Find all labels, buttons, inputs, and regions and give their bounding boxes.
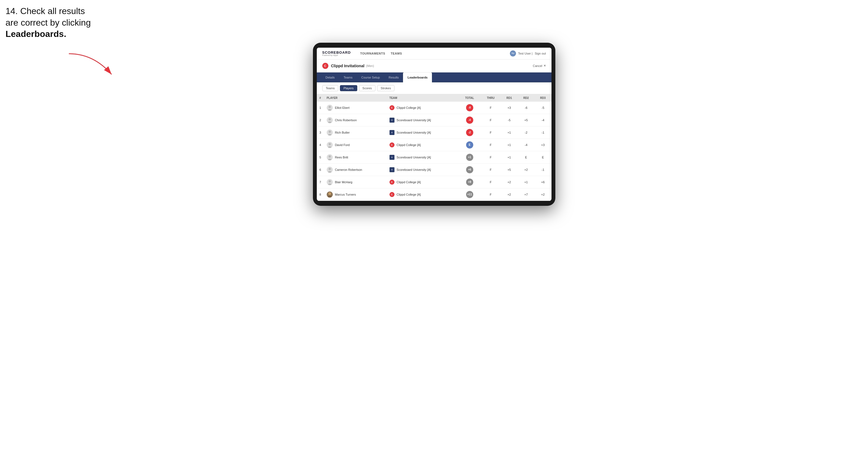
cell-rd1: +1	[501, 151, 518, 163]
player-name: Marcus Turners	[335, 193, 356, 196]
svg-point-10	[328, 159, 331, 160]
cell-player: David Ford	[324, 138, 387, 151]
cell-rank: 7	[317, 176, 324, 188]
nav-right: TU Test User | Sign out	[510, 51, 546, 57]
team-name: Scoreboard University [A]	[397, 156, 431, 159]
user-avatar: TU	[510, 51, 516, 57]
logo: SCOREBOARD Powered by clippd	[322, 51, 351, 56]
team-name: Scoreboard University [A]	[397, 119, 431, 122]
team-logo: C	[390, 143, 395, 147]
table-row[interactable]: 3Rich Butler≡Scoreboard University [A]-2…	[317, 126, 552, 138]
nav-tournaments[interactable]: TOURNAMENTS	[360, 51, 385, 56]
cell-rd3: -1	[534, 163, 551, 176]
filter-teams[interactable]: Teams	[322, 85, 338, 91]
tab-details[interactable]: Details	[321, 72, 339, 82]
filter-scores[interactable]: Scores	[359, 85, 375, 91]
tab-results[interactable]: Results	[384, 72, 403, 82]
cell-rd2: +2	[518, 163, 534, 176]
cell-team: ≡Scoreboard University [A]	[387, 163, 459, 176]
player-name: Rees Britt	[335, 156, 348, 159]
cell-total: +11	[459, 188, 481, 200]
tab-leaderboards[interactable]: Leaderboards	[403, 72, 432, 82]
svg-point-7	[329, 143, 331, 145]
team-logo: C	[390, 180, 395, 185]
table-row[interactable]: 5Rees Britt≡Scoreboard University [A]+1F…	[317, 151, 552, 163]
table-row[interactable]: 2Chris Robertson≡Scoreboard University […	[317, 114, 552, 126]
cell-player: Cameron Robertson	[324, 163, 387, 176]
cell-rd1: +1	[501, 138, 518, 151]
score-badge: +1	[466, 154, 473, 161]
player-name: Rich Butler	[335, 131, 350, 134]
svg-point-8	[328, 146, 331, 148]
cell-team: ≡Scoreboard University [A]	[387, 126, 459, 138]
col-rd3: RD3	[534, 94, 551, 102]
team-logo: C	[390, 105, 395, 110]
tab-course-setup[interactable]: Course Setup	[357, 72, 384, 82]
cell-total: -4	[459, 114, 481, 126]
cell-rank: 3	[317, 126, 324, 138]
player-name: Chris Robertson	[335, 119, 357, 122]
team-logo: ≡	[390, 118, 395, 123]
col-team: TEAM	[387, 94, 459, 102]
cell-team: ≡Scoreboard University [A]	[387, 114, 459, 126]
score-badge: +11	[466, 191, 473, 198]
col-player: PLAYER	[324, 94, 387, 102]
svg-point-14	[328, 184, 331, 185]
filter-players[interactable]: Players	[340, 85, 357, 91]
cell-rd1: +2	[501, 176, 518, 188]
cell-player: Blair McHarg	[324, 176, 387, 188]
nav-teams[interactable]: TEAMS	[391, 51, 402, 56]
cell-total: +9	[459, 176, 481, 188]
cell-total: E	[459, 138, 481, 151]
cell-thru: F	[481, 126, 501, 138]
table-row[interactable]: 1Elliot EbertCClippd College [A]-8F+3-6-…	[317, 102, 552, 114]
svg-point-1	[329, 106, 331, 108]
svg-point-16	[328, 196, 332, 197]
table-row[interactable]: 4David FordCClippd College [A]EF+1-4+3	[317, 138, 552, 151]
svg-point-12	[328, 171, 331, 173]
score-badge: +6	[466, 166, 473, 173]
score-badge: +9	[466, 179, 473, 186]
table-header: # PLAYER TEAM TOTAL THRU RD1 RD2 RD3	[317, 94, 552, 102]
table-row[interactable]: 6Cameron Robertson≡Scoreboard University…	[317, 163, 552, 176]
table-row[interactable]: 7Blair McHargCClippd College [A]+9F+2+1+…	[317, 176, 552, 188]
cell-rd3: -1	[534, 126, 551, 138]
svg-point-5	[329, 131, 331, 133]
user-label: Test User |	[518, 52, 532, 55]
score-badge: -4	[466, 117, 473, 124]
col-rd1: RD1	[501, 94, 518, 102]
player-avatar	[327, 142, 333, 148]
cell-rd3: +3	[534, 138, 551, 151]
tablet-device: SCOREBOARD Powered by clippd TOURNAMENTS…	[313, 43, 555, 206]
cell-rd2: E	[518, 151, 534, 163]
cell-rd3: E	[534, 151, 551, 163]
cell-thru: F	[481, 188, 501, 200]
cell-rd1: -5	[501, 114, 518, 126]
svg-point-11	[329, 168, 331, 170]
tablet-screen: SCOREBOARD Powered by clippd TOURNAMENTS…	[317, 48, 552, 201]
player-name: Cameron Robertson	[335, 168, 362, 172]
navbar: SCOREBOARD Powered by clippd TOURNAMENTS…	[317, 48, 552, 60]
player-avatar	[327, 167, 333, 173]
table-row[interactable]: 8Marcus TurnersCClippd College [A]+11F+2…	[317, 188, 552, 200]
signout-link[interactable]: Sign out	[535, 52, 546, 55]
svg-point-15	[328, 192, 331, 195]
team-name: Clippd College [A]	[397, 193, 421, 196]
cell-player: Chris Robertson	[324, 114, 387, 126]
cell-rd1: +3	[501, 102, 518, 114]
cell-rank: 1	[317, 102, 324, 114]
cell-rd1: +5	[501, 163, 518, 176]
filter-bar: Teams Players Scores Strokes	[317, 82, 552, 94]
cell-total: -8	[459, 102, 481, 114]
filter-strokes[interactable]: Strokes	[377, 85, 395, 91]
cell-thru: F	[481, 138, 501, 151]
cell-player: Elliot Ebert	[324, 102, 387, 114]
team-name: Scoreboard University [A]	[397, 131, 431, 134]
tournament-type: (Men)	[366, 64, 374, 67]
cell-rd2: +5	[518, 114, 534, 126]
cancel-button[interactable]: Cancel ✕	[533, 64, 546, 67]
tab-teams[interactable]: Teams	[339, 72, 357, 82]
team-name: Scoreboard University [A]	[397, 168, 431, 172]
team-logo: ≡	[390, 155, 395, 160]
cell-rd1: +1	[501, 126, 518, 138]
